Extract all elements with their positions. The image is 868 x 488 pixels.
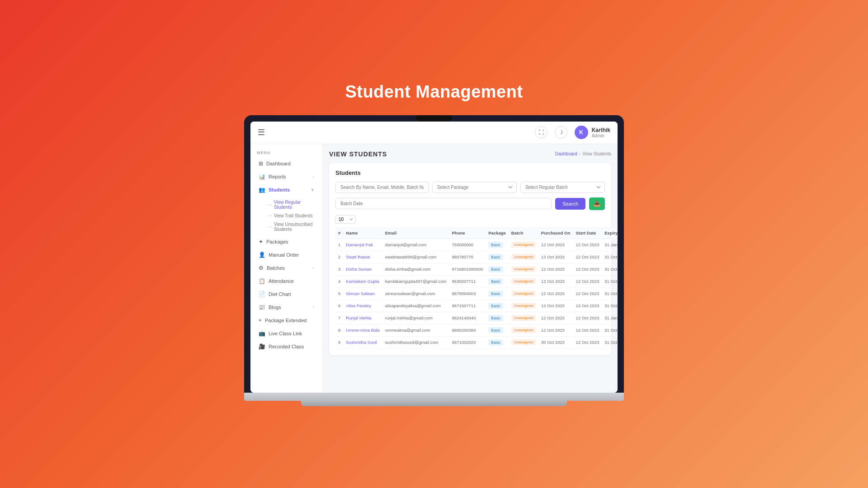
table-row[interactable]: 6 Alisa Pandey alisapandeyalisa@gmail.co… [335,300,618,312]
darkmode-button[interactable]: ☽ [555,126,567,139]
laptop-frame: ☰ ⛶ ☽ K Karthik Admin [244,115,624,406]
table-header: # Name Email Phone Package Batch Purchas… [335,227,618,239]
card-title: Students [335,169,605,176]
cell-name[interactable]: Damanjot Pati [343,239,382,251]
cell-expiry: 31 Oct 2023 [602,324,618,336]
sidebar-label-batches: Batches [267,265,285,271]
sidebar-item-reports[interactable]: 📊 Reports › [252,170,321,183]
app-screen: ☰ ⛶ ☽ K Karthik Admin [250,122,618,393]
sidebar-item-attendance[interactable]: 📋 Attendance [252,275,321,287]
breadcrumb-home[interactable]: Dashboard [555,151,577,156]
table-row[interactable]: 5 Simran Salwan simransalwan@gmail.com 8… [335,287,618,300]
table-row[interactable]: 7 Runjal Mehta runjal.mehta@gmail.com 98… [335,312,618,324]
cell-package: Basic [486,275,509,287]
table-row[interactable]: 2 Swati Rawat swatirawat999@gmail.com 98… [335,251,618,263]
avatar: K [575,126,588,139]
search-button[interactable]: Search [555,198,585,210]
user-profile[interactable]: K Karthik Admin [575,126,610,139]
cell-email: simransalwan@gmail.com [382,287,449,300]
reports-arrow-icon: › [313,174,314,179]
cell-name[interactable]: Umme-Aima Bida [343,324,382,336]
students-card: Students Select Package Select Regular B… [329,163,611,355]
cell-expiry: 31 Oct 2023 [602,251,618,263]
sidebar-item-recorded-class[interactable]: 🎥 Recorded Class [252,340,321,353]
cell-purchased: 12 Oct 2023 [538,287,573,300]
cell-name[interactable]: Sushmitha Sunil [343,336,382,348]
cell-package: Basic [486,251,509,263]
fullscreen-button[interactable]: ⛶ [535,126,547,139]
sidebar-item-package-extended[interactable]: + Package Extended [252,314,321,327]
sidebar-label-recorded-class: Recorded Class [269,344,304,349]
rows-per-page-select[interactable]: 10 25 50 100 [335,215,356,224]
cell-phone: 8879994003 [449,287,486,300]
cell-email: kamlakamgupta497@gmail.com [382,275,449,287]
cell-name[interactable]: Kamlakam Gupta [343,275,382,287]
cell-start: 12 Oct 2023 [573,239,602,251]
cell-start: 12 Oct 2023 [573,300,602,312]
batch-date-input[interactable] [335,198,552,209]
cell-num: 4 [335,275,343,287]
cell-num: 1 [335,239,343,251]
package-select[interactable]: Select Package [432,182,517,193]
cell-num: 6 [335,300,343,312]
cell-batch: Unassigned [509,263,538,275]
cell-name[interactable]: Swati Rawat [343,251,382,263]
sidebar-label-diet-chart: Diet Chart [269,291,291,297]
sidebar-item-dashboard[interactable]: ⊞ Dashboard [252,157,321,170]
menu-toggle-icon[interactable]: ☰ [258,127,265,137]
table-controls: 10 25 50 100 [335,215,605,224]
sidebar-label-manual-order: Manual Order [269,252,299,258]
sidebar-sub-view-trail[interactable]: View Trail Students [264,211,322,220]
cell-phone: 980780770 [449,251,486,263]
cell-batch: Unassigned [509,300,538,312]
export-button[interactable]: 📥 [589,197,605,210]
cell-package: Basic [486,239,509,251]
blogs-icon: 📰 [259,304,265,310]
search-input[interactable] [335,182,429,193]
cell-email: alisapandeyalisa@gmail.com [382,300,449,312]
cell-start: 12 Oct 2023 [573,275,602,287]
sidebar-item-packages[interactable]: ✦ Packages [252,235,321,248]
recorded-class-icon: 🎥 [259,343,265,350]
cell-name[interactable]: Simran Salwan [343,287,382,300]
app-container: ☰ ⛶ ☽ K Karthik Admin [250,122,618,393]
cell-package: Basic [486,287,509,300]
sidebar-item-manual-order[interactable]: 👤 Manual Order [252,249,321,261]
sidebar-item-students[interactable]: 👥 Students ∨ [252,183,321,196]
cell-expiry: 31 Jan 2024 [602,312,618,324]
sidebar-item-batches[interactable]: ⚙ Batches › [252,262,321,274]
table-row[interactable]: 4 Kamlakam Gupta kamlakamgupta497@gmail.… [335,275,618,287]
cell-expiry: 31 Jan 2024 [602,239,618,251]
sidebar-item-live-class[interactable]: 📺 Live Class Link [252,327,321,340]
cell-name[interactable]: Runjal Mehta [343,312,382,324]
filters-row-2: Search 📥 [335,197,605,210]
cell-num: 5 [335,287,343,300]
cell-name[interactable]: Disha Suman [343,263,382,275]
topbar: ☰ ⛶ ☽ K Karthik Admin [250,122,618,144]
cell-batch: Unassigned [509,336,538,348]
batch-select[interactable]: Select Regular Batch [520,182,605,193]
cell-phone: 9716801090000 [449,263,486,275]
page-heading: Student Management [345,82,523,102]
table-row[interactable]: 1 Damanjot Pati damanjot@gmail.com 75600… [335,239,618,251]
col-purchased: Purchased On [538,227,573,239]
col-expiry: Expiry Date [602,227,618,239]
topbar-left: ☰ [258,127,265,137]
cell-start: 12 Oct 2023 [573,287,602,300]
sidebar-sub-view-regular[interactable]: View Regular Students [264,198,322,211]
table-row[interactable]: 3 Disha Suman disha.sinha@gmail.com 9716… [335,263,618,275]
batches-icon: ⚙ [259,265,264,271]
cell-purchased: 12 Oct 2023 [538,312,573,324]
sidebar-item-blogs[interactable]: 📰 Blogs › [252,301,321,314]
cell-email: runjal.mehta@gmail.com [382,312,449,324]
screen-bezel: ☰ ⛶ ☽ K Karthik Admin [244,115,624,393]
table-row[interactable]: 8 Umme-Aima Bida ummeaima@gmail.com 8800… [335,324,618,336]
sidebar-sub-view-unsubscribed[interactable]: View Unsubscribed Students [264,220,322,234]
cell-name[interactable]: Alisa Pandey [343,300,382,312]
live-class-icon: 📺 [259,330,265,337]
sidebar-label-package-extended: Package Extended [265,318,307,323]
cell-num: 8 [335,324,343,336]
table-body: 1 Damanjot Pati damanjot@gmail.com 75600… [335,239,618,348]
sidebar-item-diet-chart[interactable]: 📄 Diet Chart [252,288,321,300]
table-row[interactable]: 9 Sushmitha Sunil sushimithasunil@gmail.… [335,336,618,348]
